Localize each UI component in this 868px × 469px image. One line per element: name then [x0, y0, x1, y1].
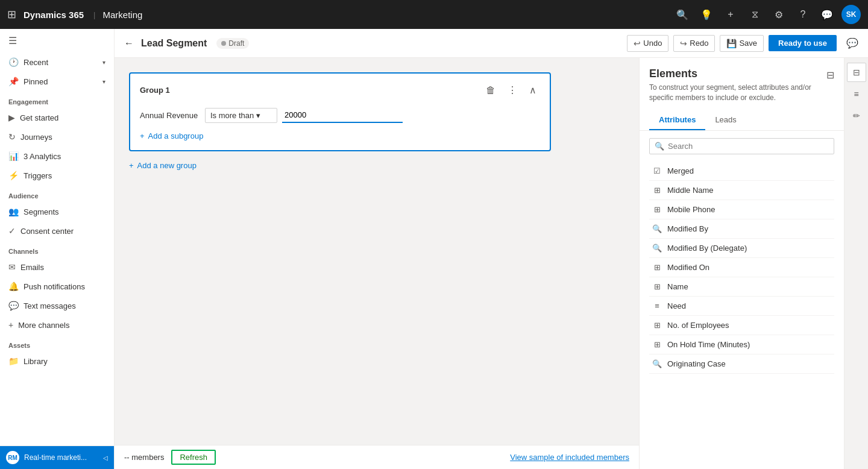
view-sample-link[interactable]: View sample of included members	[510, 453, 629, 462]
attribute-label: Name	[667, 282, 688, 291]
elements-panel-button[interactable]: ⊟	[847, 63, 866, 82]
collapse-button[interactable]: ∧	[526, 83, 540, 97]
sidebar-segments-label: Segments	[24, 207, 59, 216]
header-bar: ← Lead Segment Draft ↩ Undo ↪ Redo 💾 Sav…	[115, 29, 868, 58]
chevron-right-icon: ◁	[103, 455, 108, 461]
nav-separator: |	[93, 10, 95, 19]
plus-icon: +	[140, 131, 145, 140]
undo-button[interactable]: ↩ Undo	[627, 35, 668, 52]
sidebar-item-segments[interactable]: 👥 Segments	[0, 202, 114, 221]
properties-panel-button[interactable]: ✏	[847, 106, 866, 125]
sidebar-toggle[interactable]: ☰	[0, 29, 114, 52]
sidebar-item-library[interactable]: 📁 Library	[0, 351, 114, 371]
search-input[interactable]	[668, 142, 829, 151]
sidebar-consent-label: Consent center	[20, 227, 74, 236]
top-navigation: ⊞ Dynamics 365 | Marketing 🔍 💡 + ⧖ ⚙ ? 💬…	[0, 0, 868, 29]
sidebar-item-analytics[interactable]: 📊 3 Analytics	[0, 146, 114, 166]
draft-dot	[221, 41, 226, 46]
chevron-down-icon: ▾	[102, 59, 105, 66]
rm-avatar: RM	[6, 451, 19, 464]
sidebar-item-triggers[interactable]: ⚡ Triggers	[0, 166, 114, 185]
outline-panel-button[interactable]: ≡	[847, 84, 866, 104]
sidebar-item-emails[interactable]: ✉ Emails	[0, 257, 114, 277]
sidebar-item-text-messages[interactable]: 💬 Text messages	[0, 296, 114, 315]
sidebar-group-assets: Assets	[0, 335, 114, 351]
condition-operator-dropdown[interactable]: Is more than ▾	[205, 108, 277, 123]
sidebar-item-consent-center[interactable]: ✓ Consent center	[0, 221, 114, 241]
brand-name: Dynamics 365	[24, 10, 84, 20]
attribute-merged[interactable]: ☑ Merged	[649, 162, 834, 181]
search-icon[interactable]: 🔍	[673, 5, 692, 24]
attribute-need[interactable]: ≡ Need	[649, 297, 834, 316]
grid-icon[interactable]: ⊞	[7, 8, 16, 21]
optionset-icon: ≡	[652, 301, 662, 310]
right-panel: Elements ⊟ To construct your segment, se…	[639, 58, 844, 469]
settings-icon[interactable]: ⚙	[769, 5, 788, 24]
tab-attributes[interactable]: Attributes	[649, 110, 705, 130]
far-right-toolbar: ⊟ ≡ ✏	[844, 58, 868, 469]
add-icon[interactable]: +	[721, 5, 740, 24]
group-title: Group 1	[140, 86, 482, 95]
help-icon[interactable]: ?	[793, 5, 813, 24]
attribute-no-employees[interactable]: ⊞ No. of Employees	[649, 316, 834, 335]
sidebar-text-label: Text messages	[24, 301, 76, 310]
sidebar-recent-label: Recent	[24, 58, 48, 67]
panel-layout-icon[interactable]: ⊟	[826, 69, 834, 81]
sidebar-pinned-label: Pinned	[24, 77, 48, 86]
lookup-icon: 🔍	[652, 359, 662, 368]
attribute-label: On Hold Time (Minutes)	[667, 340, 750, 349]
attribute-modified-on[interactable]: ⊞ Modified On	[649, 258, 834, 277]
save-button[interactable]: 💾 Save	[720, 35, 764, 52]
tab-leads[interactable]: Leads	[705, 110, 746, 130]
attribute-middle-name[interactable]: ⊞ Middle Name	[649, 181, 834, 200]
add-group-button[interactable]: + Add a new group	[129, 161, 197, 170]
date-icon: ⊞	[652, 263, 662, 272]
lightbulb-icon[interactable]: 💡	[697, 5, 716, 24]
chat-icon[interactable]: 💬	[817, 5, 837, 24]
content-area: Group 1 🗑 ⋮ ∧ Annual Revenue Is more tha…	[115, 58, 868, 469]
condition-field: Annual Revenue	[140, 111, 200, 120]
sidebar-item-recent[interactable]: 🕐 Recent ▾	[0, 52, 114, 72]
filter-icon[interactable]: ⧖	[745, 5, 764, 24]
sidebar-group-channels: Channels	[0, 241, 114, 257]
group-card: Group 1 🗑 ⋮ ∧ Annual Revenue Is more tha…	[129, 72, 551, 151]
header-chat-icon[interactable]: 💬	[846, 37, 858, 49]
user-avatar[interactable]: SK	[841, 5, 861, 24]
number-icon: ⊞	[652, 321, 662, 330]
redo-button[interactable]: ↪ Redo	[673, 35, 715, 52]
sidebar-item-pinned[interactable]: 📌 Pinned ▾	[0, 72, 114, 91]
attribute-on-hold-time[interactable]: ⊞ On Hold Time (Minutes)	[649, 335, 834, 354]
search-icon: 🔍	[655, 142, 664, 151]
save-icon: 💾	[726, 39, 737, 48]
refresh-button[interactable]: Refresh	[171, 450, 216, 465]
condition-value-input[interactable]	[282, 108, 403, 123]
attribute-label: Mobile Phone	[667, 205, 715, 214]
recent-icon: 🕐	[8, 57, 19, 67]
more-options-button[interactable]: ⋮	[504, 83, 521, 97]
delete-group-button[interactable]: 🗑	[482, 84, 499, 97]
sidebar-item-get-started[interactable]: ▶ Get started	[0, 108, 114, 127]
ready-to-use-button[interactable]: Ready to use	[769, 35, 837, 51]
attribute-mobile-phone[interactable]: ⊞ Mobile Phone	[649, 200, 834, 219]
group-actions: 🗑 ⋮ ∧	[482, 83, 540, 97]
attribute-name[interactable]: ⊞ Name	[649, 277, 834, 297]
email-icon: ✉	[8, 262, 16, 272]
sidebar-group-engagement: Engagement	[0, 91, 114, 108]
canvas-scroll[interactable]: Group 1 🗑 ⋮ ∧ Annual Revenue Is more tha…	[115, 58, 639, 445]
trigger-icon: ⚡	[8, 171, 19, 180]
members-count: -- members	[124, 453, 164, 462]
add-subgroup-button[interactable]: + Add a subgroup	[140, 131, 203, 140]
sidebar-item-more-channels[interactable]: + More channels	[0, 315, 114, 335]
attribute-originating-case[interactable]: 🔍 Originating Case	[649, 354, 834, 374]
group-header: Group 1 🗑 ⋮ ∧	[140, 83, 540, 97]
sidebar-item-journeys[interactable]: ↻ Journeys	[0, 127, 114, 146]
canvas-area: Group 1 🗑 ⋮ ∧ Annual Revenue Is more tha…	[115, 58, 639, 469]
sidebar-bottom-item[interactable]: RM Real-time marketi... ◁	[0, 445, 114, 469]
undo-icon: ↩	[634, 39, 641, 48]
sidebar-item-push-notifications[interactable]: 🔔 Push notifications	[0, 277, 114, 296]
attribute-modified-by-delegate[interactable]: 🔍 Modified By (Delegate)	[649, 239, 834, 258]
attribute-modified-by[interactable]: 🔍 Modified By	[649, 219, 834, 239]
attribute-label: Need	[667, 301, 686, 310]
back-button[interactable]: ←	[124, 38, 134, 49]
library-icon: 📁	[8, 356, 19, 366]
